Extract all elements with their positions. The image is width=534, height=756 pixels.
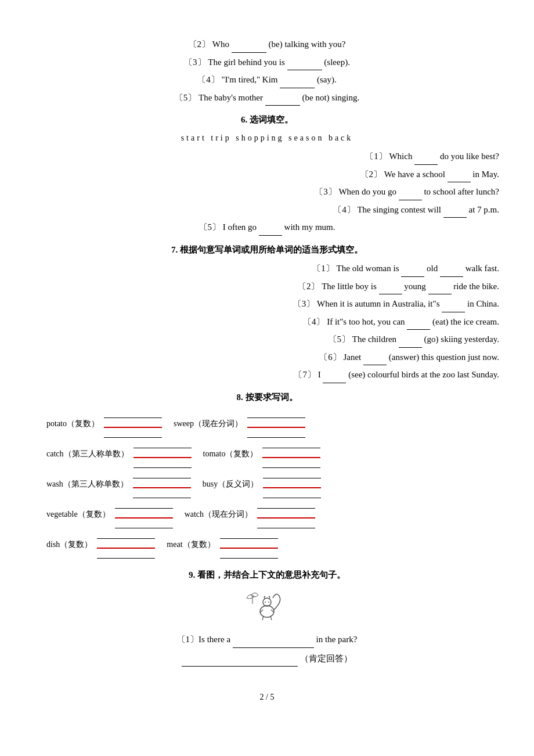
q6-4-suffix: at 7 p.m. <box>469 205 500 214</box>
svg-point-1 <box>263 598 271 606</box>
catch-line2 <box>134 450 192 458</box>
catch-line1 <box>134 440 192 448</box>
section8-row1: potato（复数） sweep（现在分词） <box>35 410 499 438</box>
q7-7: 〔7〕 I (see) colourful birds at the zoo l… <box>35 366 499 383</box>
q7-7-text: I <box>318 370 323 379</box>
q7-5-num: 〔5〕 <box>329 334 351 344</box>
q7-6: 〔6〕 Janet (answer) this question just no… <box>35 349 499 366</box>
q7-2-num: 〔2〕 <box>298 282 320 291</box>
tomato-line1 <box>262 440 320 448</box>
page-content: 〔2〕 Who (be) talking with you? 〔3〕 The g… <box>35 36 499 705</box>
wash-label: wash（第三人称单数） <box>46 477 128 492</box>
q9-1-blank <box>233 639 314 648</box>
q6-2-text: We have a school <box>384 170 448 179</box>
potato-line1 <box>104 410 162 418</box>
section9: 9. 看图，并结合上下文的意思补充句子。 <box>35 567 499 667</box>
section8-item-catch: catch（第三人称单数） <box>46 440 192 468</box>
wash-line2 <box>133 480 191 488</box>
q6-4-num: 〔4〕 <box>333 205 355 214</box>
svg-point-0 <box>260 606 274 617</box>
sweep-line1 <box>247 410 305 418</box>
svg-line-2 <box>262 616 264 620</box>
section8-item-meat: meat（复数） <box>167 531 277 559</box>
q5-5: 〔5〕 The baby's mother (be not) singing. <box>35 89 499 106</box>
q6-2-blank <box>448 173 471 182</box>
catch-line3 <box>134 460 192 468</box>
meat-line1 <box>220 531 278 539</box>
section8-item-wash: wash（第三人称单数） <box>46 470 191 498</box>
section9-title: 9. 看图，并结合上下文的意思补充句子。 <box>35 567 499 584</box>
q7-3: 〔3〕 When it is autumn in Australia, it"s… <box>35 296 499 312</box>
potato-line2 <box>104 420 162 428</box>
q5-2-suffix: (be) talking with you? <box>269 39 346 49</box>
q7-7-suffix: (see) colourful birds at the zoo last Su… <box>348 370 499 379</box>
busy-line1 <box>263 470 321 478</box>
q7-5: 〔5〕 The children (go) skiing yesterday. <box>35 331 499 348</box>
q5-5-suffix: (be not) singing. <box>302 93 360 102</box>
busy-line2 <box>263 480 321 488</box>
busy-label: busy（反义词） <box>203 477 258 492</box>
q7-3-text: When it is autumn in Australia, it"s <box>317 299 442 308</box>
svg-point-6 <box>265 602 266 603</box>
tomato-line2 <box>262 450 320 458</box>
q5-2-num: 〔2〕 <box>189 39 211 49</box>
dish-line3 <box>97 550 155 559</box>
section8-item-watch: watch（现在分词） <box>185 501 315 528</box>
q5-3-suffix: (sleep). <box>324 57 350 67</box>
q7-4-num: 〔4〕 <box>303 317 325 326</box>
q6-2: 〔2〕 We have a school in May. <box>35 166 499 183</box>
q6-5-blank <box>259 226 282 236</box>
q6-2-suffix: in May. <box>472 170 499 179</box>
svg-line-3 <box>270 616 272 620</box>
q5-3-text: The girl behind you is <box>208 57 287 67</box>
potato-line3 <box>104 430 162 438</box>
q7-1-mid: old <box>427 264 440 273</box>
section6: 6. 选词填空。 start trip shopping season back… <box>35 111 499 236</box>
q5-4-suffix: (say). <box>317 75 337 84</box>
q6-5-suffix: with my mum. <box>284 222 335 232</box>
q9-1-answer-hint: （肯定回答） <box>300 654 352 663</box>
q6-3-blank <box>399 191 422 200</box>
q6-1-suffix: do you like best? <box>440 152 499 161</box>
dish-label: dish（复数） <box>46 537 92 553</box>
q6-4: 〔4〕 The singing contest will at 7 p.m. <box>35 201 499 218</box>
q9-1: 〔1〕Is there a in the park? <box>35 631 499 648</box>
section8-row4: vegetable（复数） watch（现在分词） <box>35 501 499 528</box>
vegetable-line1 <box>115 501 173 509</box>
q6-1-blank <box>414 156 438 165</box>
q6-5-num: 〔5〕 <box>199 222 221 232</box>
q7-1: 〔1〕 The old woman is old walk fast. <box>35 260 499 277</box>
q6-1-text: Which <box>389 152 414 161</box>
vegetable-line2 <box>115 510 173 519</box>
q7-1-suffix: walk fast. <box>466 264 499 273</box>
watch-line3 <box>257 520 315 528</box>
q7-3-blank1 <box>442 303 465 312</box>
q9-1-answer: （肯定回答） <box>35 650 499 667</box>
watch-line1 <box>257 501 315 509</box>
sweep-line2 <box>247 420 305 428</box>
meat-line3 <box>220 550 278 559</box>
section6-wordbank: start trip shopping season back <box>35 131 499 146</box>
page-number: 2 / 5 <box>35 690 499 705</box>
section8: 8. 按要求写词。 potato（复数） sweep（现在分词） <box>35 389 499 559</box>
q6-5-text: I often go <box>223 222 259 232</box>
catch-label: catch（第三人称单数） <box>46 447 129 462</box>
section8-item-tomato: tomato（复数） <box>203 440 321 468</box>
section8-row2: catch（第三人称单数） tomato（复数） <box>35 440 499 468</box>
sweep-line3 <box>247 430 305 438</box>
meat-label: meat（复数） <box>167 537 215 553</box>
q6-3-text: When do you go <box>338 187 398 196</box>
section7-title: 7. 根据句意写单词或用所给单词的适当形式填空。 <box>35 242 499 258</box>
q5-5-text: The baby's mother <box>199 93 265 102</box>
q5-4-blank <box>280 79 315 88</box>
dish-line2 <box>97 541 155 549</box>
q6-1-num: 〔1〕 <box>365 152 387 161</box>
q7-4-suffix: (eat) the ice cream. <box>432 317 499 326</box>
squirrel-icon <box>244 589 290 621</box>
q7-3-num: 〔3〕 <box>293 299 315 308</box>
q6-4-blank <box>443 208 467 218</box>
q9-1-prefix: 〔1〕Is there a <box>177 635 230 644</box>
q5-3-num: 〔3〕 <box>184 57 206 67</box>
q6-3: 〔3〕 When do you go to school after lunch… <box>35 183 499 200</box>
watch-line2 <box>257 510 315 519</box>
